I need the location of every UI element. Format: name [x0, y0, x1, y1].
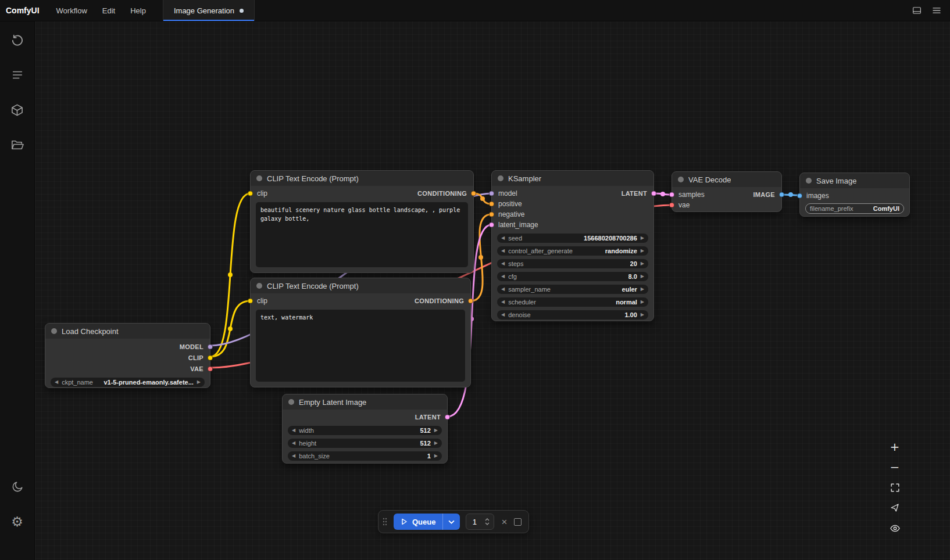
increment-arrow-icon[interactable]: ▶	[434, 428, 438, 433]
widget-height[interactable]: ◀ height 512 ▶	[288, 439, 442, 448]
decrement-arrow-icon[interactable]: ◀	[501, 313, 505, 317]
prev-value-arrow-icon[interactable]: ◀	[55, 380, 58, 385]
increment-arrow-icon[interactable]: ▶	[641, 261, 644, 266]
prev-value-arrow-icon[interactable]: ◀	[501, 300, 505, 304]
decrement-arrow-icon[interactable]: ◀	[501, 236, 505, 240]
settings-gear-icon[interactable]: ⚙	[7, 511, 28, 532]
node-header[interactable]: VAE Decode	[672, 172, 781, 187]
node-vae-decode[interactable]: VAE Decode samples IMAGE vae	[672, 171, 782, 212]
node-header[interactable]: Empty Latent Image	[283, 394, 447, 410]
node-collapse-dot[interactable]	[678, 177, 684, 182]
prompt-textarea[interactable]: text, watermark	[256, 310, 465, 382]
node-clip-text-encode-positive[interactable]: CLIP Text Encode (Prompt) clip CONDITION…	[250, 170, 474, 273]
increment-arrow-icon[interactable]: ▶	[641, 274, 644, 279]
increment-arrow-icon[interactable]: ▶	[641, 236, 644, 240]
port-clip-output[interactable]	[208, 355, 213, 360]
port-latent-output[interactable]	[445, 415, 450, 420]
node-header[interactable]: Load Checkpoint	[45, 324, 210, 339]
next-value-arrow-icon[interactable]: ▶	[641, 300, 644, 304]
increment-arrow-icon[interactable]: ▶	[434, 454, 438, 458]
decrement-arrow-icon[interactable]: ◀	[292, 441, 295, 446]
toggle-visibility-eye-icon[interactable]	[888, 522, 901, 534]
prev-value-arrow-icon[interactable]: ◀	[501, 249, 505, 253]
widget-steps[interactable]: ◀ steps 20 ▶	[497, 259, 648, 268]
zoom-out-icon[interactable]: −	[888, 461, 901, 473]
port-latent-image-input[interactable]	[489, 222, 494, 228]
node-collapse-dot[interactable]	[256, 175, 262, 181]
port-vae-output[interactable]	[208, 366, 213, 371]
theme-toggle-moon-icon[interactable]	[7, 476, 28, 497]
next-value-arrow-icon[interactable]: ▶	[641, 287, 644, 292]
node-collapse-dot[interactable]	[806, 178, 812, 184]
widget-batch-size[interactable]: ◀ batch_size 1 ▶	[288, 451, 442, 461]
history-icon[interactable]	[7, 30, 28, 51]
next-value-arrow-icon[interactable]: ▶	[197, 380, 201, 385]
node-clip-text-encode-negative[interactable]: CLIP Text Encode (Prompt) clip CONDITION…	[250, 278, 471, 387]
node-collapse-dot[interactable]	[51, 328, 57, 334]
node-library-icon[interactable]	[7, 99, 28, 120]
queue-icon[interactable]	[7, 64, 28, 85]
hamburger-menu-icon[interactable]	[928, 2, 945, 19]
queue-options-caret[interactable]	[442, 514, 460, 530]
node-collapse-dot[interactable]	[498, 175, 503, 181]
menu-workflow[interactable]: Workflow	[49, 0, 95, 21]
batch-count-value[interactable]: 1	[466, 518, 483, 526]
clear-queue-icon[interactable]: ×	[500, 517, 508, 527]
decrement-arrow-icon[interactable]: ◀	[501, 274, 505, 279]
decrement-arrow-icon[interactable]: ◀	[292, 428, 295, 433]
widget-filename-prefix[interactable]: filename_prefix ComfyUI	[805, 203, 904, 214]
increment-arrow-icon[interactable]: ▶	[641, 313, 644, 317]
widget-cfg[interactable]: ◀ cfg 8.0 ▶	[497, 272, 648, 281]
node-collapse-dot[interactable]	[288, 399, 294, 405]
next-value-arrow-icon[interactable]: ▶	[641, 249, 644, 253]
increment-arrow-icon[interactable]: ▶	[434, 441, 438, 446]
tab-image-generation[interactable]: Image Generation	[163, 0, 255, 21]
port-model-input[interactable]	[489, 191, 494, 196]
decrement-arrow-icon[interactable]: ◀	[501, 261, 505, 266]
node-load-checkpoint[interactable]: Load Checkpoint MODEL CLIP VAE ◀ ckpt_na…	[45, 323, 210, 388]
port-negative-input[interactable]	[489, 212, 494, 217]
node-graph-canvas[interactable]: Load Checkpoint MODEL CLIP VAE ◀ ckpt_na…	[35, 21, 950, 560]
node-empty-latent-image[interactable]: Empty Latent Image LATENT ◀ width 512 ▶ …	[282, 394, 448, 464]
node-save-image[interactable]: Save Image images filename_prefix ComfyU…	[799, 173, 910, 217]
increment-icon[interactable]	[485, 518, 490, 521]
decrement-arrow-icon[interactable]: ◀	[292, 454, 295, 458]
fit-view-icon[interactable]	[888, 481, 901, 494]
prompt-textarea[interactable]: beautiful scenery nature glass bottle la…	[256, 202, 468, 267]
widget-control-after-generate[interactable]: ◀ control_after_generate randomize ▶	[497, 246, 648, 256]
node-collapse-dot[interactable]	[256, 283, 262, 289]
drag-handle-icon[interactable]	[382, 516, 388, 527]
port-conditioning-output[interactable]	[468, 299, 473, 304]
node-header[interactable]: CLIP Text Encode (Prompt)	[251, 278, 470, 293]
widget-sampler-name[interactable]: ◀ sampler_name euler ▶	[497, 285, 648, 294]
queue-button[interactable]: Queue	[394, 514, 442, 530]
widget-scheduler[interactable]: ◀ scheduler normal ▶	[497, 297, 648, 307]
select-mode-cursor-icon[interactable]	[888, 501, 901, 514]
decrement-icon[interactable]	[485, 522, 490, 525]
workflows-folder-icon[interactable]	[7, 134, 28, 155]
node-header[interactable]: KSampler	[492, 171, 653, 186]
port-clip-input[interactable]	[248, 299, 253, 304]
widget-seed[interactable]: ◀ seed 156680208700286 ▶	[497, 234, 648, 243]
widget-denoise[interactable]: ◀ denoise 1.00 ▶	[497, 310, 648, 320]
zoom-in-icon[interactable]: +	[888, 440, 901, 453]
port-images-input[interactable]	[797, 193, 802, 199]
stop-icon[interactable]	[514, 518, 522, 526]
menu-help[interactable]: Help	[123, 0, 153, 21]
batch-count-stepper[interactable]: 1	[466, 514, 494, 530]
port-clip-input[interactable]	[248, 191, 253, 196]
port-latent-output[interactable]	[651, 191, 656, 196]
port-positive-input[interactable]	[489, 202, 494, 207]
port-vae-input[interactable]	[669, 203, 674, 208]
prev-value-arrow-icon[interactable]: ◀	[501, 287, 505, 292]
bottom-panel-toggle-icon[interactable]	[908, 2, 926, 19]
node-ksampler[interactable]: KSampler model LATENT positive negative …	[491, 170, 654, 321]
menu-edit[interactable]: Edit	[95, 0, 123, 21]
port-samples-input[interactable]	[669, 192, 674, 198]
port-image-output[interactable]	[779, 192, 784, 198]
widget-width[interactable]: ◀ width 512 ▶	[288, 426, 442, 435]
node-header[interactable]: Save Image	[800, 173, 909, 188]
port-conditioning-output[interactable]	[471, 191, 476, 196]
node-header[interactable]: CLIP Text Encode (Prompt)	[251, 171, 473, 186]
port-model-output[interactable]	[208, 344, 213, 349]
